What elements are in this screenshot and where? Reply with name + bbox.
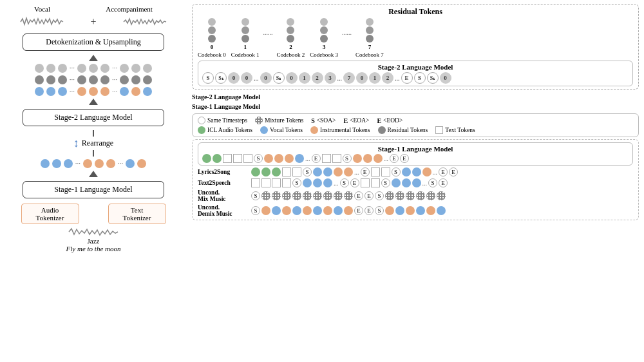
- codebook-1-group: 1 Codebook 1: [231, 18, 260, 58]
- legend-soa-label: <SOA>: [317, 117, 336, 124]
- text-square: [272, 178, 281, 187]
- stage2-token-sequence: S S₁ 0 0 ... 0 S₂ 0 1 2 3 ... 7 0 1 2 ..: [202, 72, 629, 84]
- S-token: S: [251, 191, 260, 200]
- uncond-demix-row: Uncond.Demix Music S E E: [198, 204, 633, 217]
- dot: [77, 87, 86, 96]
- legend-same-timesteps: Same Timesteps: [198, 117, 247, 124]
- legend-instrumental: Instrumental Tokens: [310, 126, 370, 134]
- ellipsis: ...: [305, 155, 310, 162]
- cb-dot: [366, 18, 374, 26]
- text-square: [332, 154, 341, 163]
- dot: [35, 64, 44, 73]
- lyrics2song-label: Lyrics2Song: [198, 169, 249, 175]
- uncond-demix-label: Uncond.Demix Music: [198, 204, 249, 217]
- dots-row-3: ··· ···: [16, 87, 171, 96]
- cb-dot: [208, 35, 216, 43]
- text-square: [322, 154, 331, 163]
- text-square: [243, 154, 252, 163]
- text-square: [292, 167, 301, 176]
- orange-dot: [334, 167, 343, 176]
- detok-label: Detokenization & Upsampling: [46, 37, 140, 46]
- legend-eod-label: <EOD>: [383, 117, 402, 124]
- cb-dot: [366, 35, 374, 43]
- stage1-section: Stage-1 Language Model S ... E: [192, 139, 639, 220]
- task-rows: Lyrics2Song S ... E: [198, 167, 633, 217]
- blue-dot: [292, 206, 301, 215]
- ellipsis: ...: [384, 155, 389, 162]
- legend-vocal-label: Vocal Tokens: [270, 127, 303, 133]
- text-square: [371, 178, 380, 187]
- residual-section: Residual Tokens 0 Codebook 0: [192, 4, 639, 90]
- text-square: [282, 178, 291, 187]
- blue-dot: [416, 206, 425, 215]
- E-token: E: [312, 154, 321, 163]
- uncond-demix-tokens: S E E S: [251, 206, 446, 215]
- legend-eoa-label: <EOA>: [350, 117, 369, 124]
- stage2-label: Stage-2 Language Model: [54, 113, 132, 122]
- plus-sign: +: [90, 16, 96, 28]
- S-token: S: [428, 178, 437, 187]
- dot: [46, 75, 55, 84]
- cb7-dots: [366, 18, 374, 43]
- cb1-num: 1: [243, 44, 247, 50]
- cb-dot: [242, 18, 249, 26]
- orange-dot: [323, 206, 332, 215]
- blue-dot: [272, 206, 281, 215]
- dot: [58, 75, 67, 84]
- text2speech-label: Text2Speech: [198, 180, 249, 186]
- green-dot: [272, 167, 281, 176]
- orange-dot: [261, 206, 270, 215]
- text-square: [371, 167, 380, 176]
- orange-dot: [274, 154, 283, 163]
- mix-dot: [416, 191, 425, 200]
- mix-dot: [303, 191, 312, 200]
- dot: [131, 64, 140, 73]
- rearrange-section: ↕ Rearrange: [73, 130, 113, 157]
- green-dot: [251, 167, 260, 176]
- ellipsis: ···: [118, 159, 123, 168]
- mix-dot: [344, 191, 353, 200]
- orange-dot: [285, 154, 294, 163]
- blue-dot: [402, 167, 411, 176]
- mix-dot: [313, 191, 322, 200]
- cb0-num: 0: [211, 44, 214, 50]
- tok-0e: 0: [356, 72, 368, 84]
- vocal-waveform: [19, 15, 64, 28]
- right-panel: Residual Tokens 0 Codebook 0: [187, 0, 644, 362]
- cb-dot: [208, 18, 216, 26]
- waveform-row: +: [6, 15, 180, 28]
- cb-dot: [287, 26, 294, 34]
- audio-tok-label: AudioTokenizer: [36, 206, 64, 222]
- orange-dot: [374, 154, 383, 163]
- arrow-up-1: [89, 55, 98, 61]
- rearrange-row: ↕ Rearrange: [73, 137, 113, 150]
- S-token: S: [292, 178, 301, 187]
- S-token: S: [381, 178, 390, 187]
- cb7-label: Codebook 7: [355, 52, 384, 58]
- S2-token: S₂: [273, 72, 285, 84]
- ellipsis: ...: [395, 75, 400, 82]
- text-tok-label: TextTokenizer: [123, 206, 151, 222]
- vocal-icon: [260, 126, 268, 134]
- orange-dot: [422, 167, 431, 176]
- blue-dot: [313, 206, 322, 215]
- text-square: [233, 154, 242, 163]
- legend-icl-label: ICL Audio Tokens: [207, 127, 252, 133]
- legend-vocal: Vocal Tokens: [260, 126, 303, 134]
- ellipsis: ···: [75, 159, 80, 168]
- cb-dot: [208, 26, 216, 34]
- E-token: E: [439, 178, 448, 187]
- tok-7: 7: [343, 72, 355, 84]
- E-token: E: [354, 191, 363, 200]
- legend-residual: Residual Tokens: [378, 126, 428, 134]
- tok-2: 2: [312, 72, 323, 84]
- ellipsis: ...: [422, 180, 428, 187]
- dot: [143, 64, 152, 73]
- stage2-box: Stage-2 Language Model: [23, 109, 164, 126]
- blue-dot: [412, 167, 421, 176]
- blue-dot: [334, 206, 343, 215]
- E-token2: E: [449, 167, 458, 176]
- dot: [120, 87, 129, 96]
- green-dot: [213, 154, 222, 163]
- cb-dot: [242, 35, 249, 43]
